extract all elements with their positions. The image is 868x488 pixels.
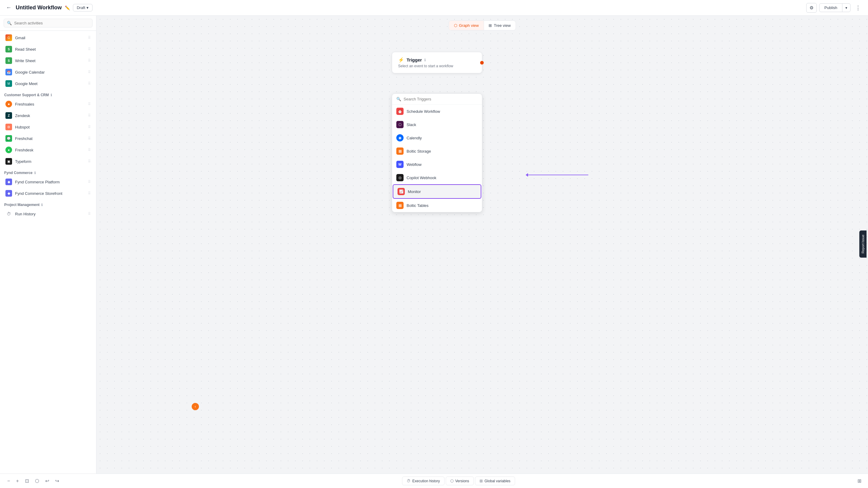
section-project-info-icon[interactable]: ℹ [41, 203, 42, 207]
drag-handle[interactable]: ⠿ [88, 102, 91, 106]
drag-handle[interactable]: ⠿ [88, 191, 91, 196]
trigger-title: Trigger [407, 57, 422, 62]
write-sheet-icon: S [5, 57, 12, 64]
section-project: Project Management ℹ [0, 199, 96, 208]
dropdown-item-copilot[interactable]: ◎ Copilot Webhook [392, 171, 482, 184]
header-right: ⚙ Publish ▾ ⋮ [806, 3, 863, 13]
freshdesk-icon: ● [5, 147, 12, 153]
drag-handle[interactable]: ⠿ [88, 36, 91, 40]
dropdown-search: 🔍 [392, 94, 482, 105]
section-fynd-info-icon[interactable]: ℹ [34, 171, 36, 175]
drag-handle[interactable]: ⠿ [88, 113, 91, 118]
toolbar-center: ⏱ Execution history ⬡ Versions ⊞ Global … [402, 477, 515, 485]
execution-history-button[interactable]: ⏱ Execution history [402, 477, 444, 485]
freshchat-icon: 💬 [5, 135, 12, 142]
dropdown-item-boltic-tables[interactable]: ▦ Boltic Tables [392, 199, 482, 212]
sidebar-item-label: Read Sheet [15, 47, 36, 52]
sidebar-item-run-history[interactable]: ⏱ Run History ⠿ [1, 208, 95, 220]
sidebar-item-freshdesk[interactable]: ● Freshdesk ⠿ [1, 144, 95, 155]
sidebar-item-fynd-platform[interactable]: ◆ Fynd Commerce Platform ⠿ [1, 176, 95, 188]
dropdown-item-boltic-storage[interactable]: ▦ Boltic Storage [392, 144, 482, 158]
gmail-icon: G [5, 34, 12, 41]
global-variables-button[interactable]: ⊞ Global variables [475, 477, 515, 485]
expand-button[interactable]: ⊞ [856, 476, 863, 486]
versions-icon: ⬡ [450, 479, 454, 483]
undo-button[interactable]: ↩ [43, 476, 52, 486]
publish-label: Publish [819, 4, 842, 12]
more-button[interactable]: ⋮ [853, 3, 863, 12]
sidebar-list: G Gmail ⠿ S Read Sheet ⠿ S Write Sheet ⠿ [0, 31, 96, 473]
zoom-out-button[interactable]: − [5, 477, 12, 486]
tree-view-button[interactable]: ⊞ Tree view [484, 21, 516, 30]
freshsales-icon: ● [5, 101, 12, 107]
fynd-storefront-icon: ◆ [5, 190, 12, 197]
draft-label: Draft [77, 5, 85, 10]
trigger-dropdown: 🔍 ⏰ Schedule Workflow ⬡ Slack ◉ Calendly… [392, 93, 482, 212]
drag-handle[interactable]: ⠿ [88, 159, 91, 164]
drag-handle[interactable]: ⠿ [88, 136, 91, 141]
sidebar-item-freshsales[interactable]: ● Freshsales ⠿ [1, 98, 95, 110]
toolbar-left: − + ⊡ ⬡ ↩ ↪ [5, 476, 61, 486]
publish-button[interactable]: Publish ▾ [819, 3, 850, 12]
schedule-icon: ⏰ [396, 108, 404, 115]
zoom-in-button[interactable]: + [13, 477, 21, 486]
sidebar-item-read-sheet[interactable]: S Read Sheet ⠿ [1, 44, 95, 55]
tree-view-icon: ⊞ [489, 23, 492, 28]
trigger-dot [480, 61, 484, 64]
read-sheet-icon: S [5, 46, 12, 53]
connect-button[interactable]: ⬡ [33, 476, 41, 486]
edit-icon[interactable]: ✏️ [65, 5, 70, 10]
dropdown-search-input[interactable] [404, 97, 478, 101]
arrow-head-left [526, 173, 528, 177]
back-button[interactable]: ← [5, 3, 13, 12]
graph-view-icon: ⬡ [454, 23, 457, 28]
sidebar-item-google-calendar[interactable]: 📅 Google Calendar ⠿ [1, 66, 95, 78]
drag-handle[interactable]: ⠿ [88, 212, 91, 216]
boltic-storage-icon: ▦ [396, 147, 404, 155]
sidebar-item-gmail[interactable]: G Gmail ⠿ [1, 32, 95, 44]
collapse-button[interactable]: ‹ [192, 403, 199, 410]
section-info-icon[interactable]: ℹ [51, 93, 52, 97]
dropdown-item-schedule[interactable]: ⏰ Schedule Workflow [392, 105, 482, 118]
search-icon: 🔍 [7, 21, 12, 25]
draft-button[interactable]: Draft ▾ [73, 4, 93, 11]
fit-button[interactable]: ⊡ [23, 476, 31, 486]
global-variables-icon: ⊞ [479, 479, 483, 483]
drag-handle[interactable]: ⠿ [88, 47, 91, 51]
drag-handle[interactable]: ⠿ [88, 180, 91, 184]
sidebar-item-zendesk[interactable]: Z Zendesk ⠿ [1, 110, 95, 121]
slack-icon: ⬡ [396, 121, 404, 128]
sidebar-item-write-sheet[interactable]: S Write Sheet ⠿ [1, 55, 95, 66]
drag-handle[interactable]: ⠿ [88, 70, 91, 74]
main-layout: 🔍 G Gmail ⠿ S Read Sheet ⠿ [0, 16, 868, 473]
draft-arrow-icon: ▾ [87, 5, 89, 10]
redo-button[interactable]: ↪ [53, 476, 61, 486]
search-input[interactable] [14, 21, 89, 25]
drag-handle[interactable]: ⠿ [88, 125, 91, 129]
dropdown-item-label: Copilot Webhook [407, 175, 436, 180]
sidebar-item-hubspot[interactable]: ⚙ Hubspot ⠿ [1, 121, 95, 133]
trigger-info-icon[interactable]: ℹ [424, 58, 426, 62]
sidebar: 🔍 G Gmail ⠿ S Read Sheet ⠿ [0, 16, 96, 473]
dropdown-item-slack[interactable]: ⬡ Slack [392, 118, 482, 131]
settings-button[interactable]: ⚙ [806, 3, 817, 13]
graph-view-button[interactable]: ⬡ Graph view [449, 21, 484, 30]
sidebar-item-typeform[interactable]: ▣ Typeform ⠿ [1, 155, 95, 167]
sidebar-item-label: Google Calendar [15, 70, 44, 75]
dropdown-item-webflow[interactable]: W Webflow [392, 158, 482, 171]
drag-handle[interactable]: ⠿ [88, 148, 91, 152]
dropdown-item-calendly[interactable]: ◉ Calendly [392, 131, 482, 144]
sidebar-item-fynd-storefront[interactable]: ◆ Fynd Commerce Storefront ⠿ [1, 188, 95, 199]
view-toggle: ⬡ Graph view ⊞ Tree view [449, 21, 516, 30]
sidebar-item-google-meet[interactable]: M Google Meet ⠿ [1, 78, 95, 89]
report-issue-button[interactable]: Report Issue [859, 230, 867, 258]
dropdown-item-label: Boltic Tables [407, 203, 429, 208]
sidebar-item-label: Write Sheet [15, 58, 36, 63]
calendly-icon: ◉ [396, 134, 404, 141]
drag-handle[interactable]: ⠿ [88, 58, 91, 63]
sidebar-item-freshchat[interactable]: 💬 Freshchat ⠿ [1, 133, 95, 144]
boltic-tables-icon: ▦ [396, 202, 404, 209]
dropdown-item-monitor[interactable]: 📈 Monitor [393, 184, 481, 199]
versions-button[interactable]: ⬡ Versions [446, 477, 474, 485]
drag-handle[interactable]: ⠿ [88, 81, 91, 86]
